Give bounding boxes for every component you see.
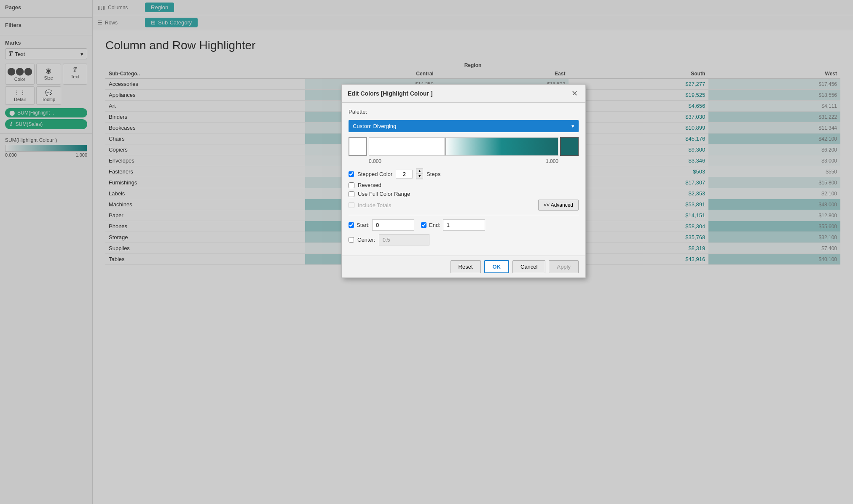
use-full-color-row: Use Full Color Range xyxy=(349,191,579,197)
color-gradient-row xyxy=(349,137,579,156)
advanced-button[interactable]: << Advanced xyxy=(538,200,579,211)
steps-spinner: ▲ ▼ xyxy=(416,168,423,179)
include-totals-checkbox[interactable] xyxy=(349,202,354,208)
end-input[interactable] xyxy=(443,219,485,231)
start-group: Start: xyxy=(349,219,414,231)
dialog-body: Palette: Custom Diverging ▾ 0.000 1.000 … xyxy=(342,103,585,256)
end-checkbox[interactable] xyxy=(421,222,426,228)
palette-label: Palette: xyxy=(349,109,367,115)
start-input[interactable] xyxy=(372,219,414,231)
center-checkbox[interactable] xyxy=(349,237,354,243)
reversed-checkbox[interactable] xyxy=(349,182,354,188)
gradient-min-label: 0.000 xyxy=(369,158,381,164)
dialog-header: Edit Colors [Highlight Colour ] ✕ xyxy=(342,85,585,103)
reset-button[interactable]: Reset xyxy=(451,260,481,273)
steps-up-button[interactable]: ▲ xyxy=(416,169,423,174)
reversed-label: Reversed xyxy=(358,182,381,188)
stepped-color-checkbox[interactable] xyxy=(349,171,354,177)
steps-label: Steps xyxy=(426,171,440,177)
center-row: Center: xyxy=(349,234,579,245)
gradient-max-label: 1.000 xyxy=(546,158,558,164)
dialog-title: Edit Colors [Highlight Colour ] xyxy=(348,90,432,97)
edit-colors-dialog: Edit Colors [Highlight Colour ] ✕ Palett… xyxy=(341,84,586,278)
include-totals-row: Include Totals << Advanced xyxy=(349,200,579,211)
options-row: Stepped Color ▲ ▼ Steps Reversed Use Ful… xyxy=(349,168,579,211)
use-full-color-label: Use Full Color Range xyxy=(358,191,410,197)
gradient-bar[interactable] xyxy=(369,137,558,156)
dialog-close-button[interactable]: ✕ xyxy=(570,89,579,98)
include-totals-label: Include Totals xyxy=(358,202,391,208)
apply-button[interactable]: Apply xyxy=(549,260,579,273)
gradient-labels: 0.000 1.000 xyxy=(349,158,579,164)
stepped-color-label: Stepped Color xyxy=(357,171,392,177)
stepped-color-row: Stepped Color ▲ ▼ Steps xyxy=(349,168,579,179)
reversed-row: Reversed xyxy=(349,182,579,188)
ok-button[interactable]: OK xyxy=(484,260,510,273)
palette-value: Custom Diverging xyxy=(353,123,396,129)
color-swatch-left[interactable] xyxy=(349,137,367,156)
range-section: Start: End: Center: xyxy=(349,219,579,245)
color-swatch-right[interactable] xyxy=(560,137,579,156)
gradient-marker xyxy=(445,138,445,155)
range-row: Start: End: xyxy=(349,219,579,231)
center-label: Center: xyxy=(357,237,376,243)
divider xyxy=(349,215,579,215)
start-label: Start: xyxy=(357,222,370,228)
steps-input[interactable] xyxy=(396,170,413,179)
use-full-color-checkbox[interactable] xyxy=(349,191,354,197)
start-checkbox[interactable] xyxy=(349,222,354,228)
center-input[interactable] xyxy=(379,234,429,245)
end-label: End: xyxy=(429,222,440,228)
palette-select[interactable]: Custom Diverging ▾ xyxy=(349,120,579,132)
steps-down-button[interactable]: ▼ xyxy=(416,174,423,179)
palette-row: Palette: xyxy=(349,109,579,115)
palette-chevron-icon: ▾ xyxy=(571,123,574,129)
dialog-footer: Reset OK Cancel Apply xyxy=(342,256,585,277)
end-group: End: xyxy=(421,219,485,231)
include-totals-checkbox-row: Include Totals xyxy=(349,202,391,208)
cancel-button[interactable]: Cancel xyxy=(512,260,545,273)
